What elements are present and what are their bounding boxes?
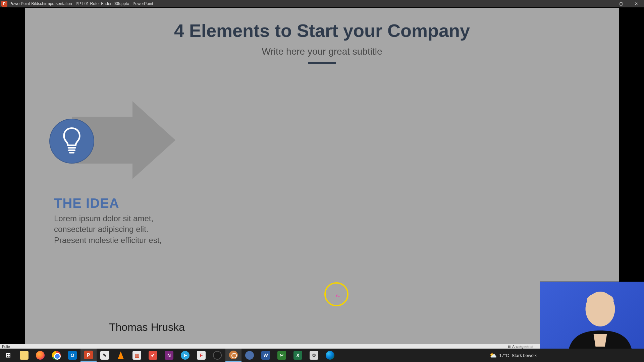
vlc-icon (116, 351, 125, 360)
taskbar-vlc[interactable] (113, 349, 129, 362)
recorder-icon (229, 351, 238, 359)
taskbar-word[interactable]: W (258, 349, 274, 362)
snip-icon: ✂ (277, 351, 286, 360)
taskbar-outlook[interactable]: O (64, 349, 80, 362)
taskbar-telegram[interactable]: ➤ (177, 349, 193, 362)
display-settings-label[interactable]: Anzeigeeinst (512, 345, 533, 349)
svg-point-4 (587, 293, 614, 308)
taskbar-onenote[interactable]: N (161, 349, 177, 362)
taskbar-foxit[interactable]: F (193, 349, 209, 362)
paint-icon: ✎ (100, 351, 109, 360)
window-close-button[interactable]: ✕ (629, 0, 644, 7)
file-explorer-icon (20, 351, 29, 360)
taskbar-todoist[interactable]: ✔ (145, 349, 161, 362)
tool-icon: ⚙ (310, 351, 318, 360)
telegram-icon: ➤ (181, 351, 190, 360)
slide-divider (308, 62, 336, 64)
window-minimize-button[interactable]: — (598, 0, 613, 7)
tray-temperature: 17°C (499, 353, 509, 358)
taskbar-powerpoint[interactable]: P (80, 349, 97, 362)
display-settings-icon[interactable]: 🖥 (507, 345, 511, 349)
cloud-app-icon (245, 351, 254, 360)
tray-weather-text: Stark bewölk (512, 353, 537, 358)
taskbar-obs[interactable] (209, 349, 225, 362)
taskbar-tool[interactable]: ⚙ (306, 349, 322, 362)
lightbulb-icon (61, 127, 82, 156)
edge-icon (326, 351, 334, 360)
window-titlebar: P PowerPoint-Bildschirmpräsentation - PP… (0, 0, 644, 7)
taskbar-cloud-app[interactable] (241, 349, 258, 362)
outlook-icon: O (68, 351, 77, 360)
system-tray[interactable]: ⛅ 17°C Stark bewölk (489, 349, 537, 362)
idea-body: Lorem ipsum dolor sit amet, consectetur … (54, 213, 181, 246)
start-button[interactable]: ⊞ (0, 349, 16, 362)
taskbar-file-explorer[interactable] (16, 349, 32, 362)
app-icon-powerpoint: P (1, 1, 7, 7)
taskbar-snip[interactable]: ✂ (274, 349, 290, 362)
taskbar-recorder[interactable] (225, 349, 241, 362)
word-icon: W (261, 351, 270, 360)
taskbar-firefox[interactable] (32, 349, 48, 362)
presentation-slide[interactable]: 4 Elements to Start your Company Write h… (25, 8, 619, 344)
excel-icon: X (293, 351, 302, 360)
foxit-icon: F (197, 351, 206, 360)
letterbox-left (0, 7, 25, 344)
powerpoint-icon: P (84, 351, 93, 359)
windows-taskbar: ⊞ O P ✎ ▥ ✔ N ➤ F W ✂ X ⚙ ⛅ 17°C Stark b… (0, 349, 644, 362)
todoist-icon: ✔ (149, 351, 157, 360)
taskbar-paint[interactable]: ✎ (97, 349, 113, 362)
windows-logo-icon: ⊞ (4, 351, 12, 360)
presenter-name: Thomas Hruska (109, 321, 185, 334)
firefox-icon (36, 351, 45, 360)
onenote-icon: N (165, 351, 173, 360)
status-slide-label: Folie (2, 345, 10, 349)
slide-subtitle: Write here your great subtitle (25, 46, 619, 57)
slide-title: 4 Elements to Start your Company (25, 20, 619, 41)
chrome-icon (52, 351, 61, 360)
weather-icon: ⛅ (489, 352, 497, 359)
window-maximize-button[interactable]: ▢ (613, 0, 629, 7)
taskbar-app-1[interactable]: ▥ (129, 349, 145, 362)
taskbar-excel[interactable]: X (290, 349, 306, 362)
app-icon: ▥ (132, 351, 141, 360)
window-title: PowerPoint-Bildschirmpräsentation - PPT … (9, 1, 153, 6)
taskbar-chrome[interactable] (48, 349, 64, 362)
taskbar-edge[interactable] (322, 349, 338, 362)
obs-icon (213, 351, 222, 360)
idea-heading: THE IDEA (54, 196, 119, 211)
idea-circle (49, 119, 94, 164)
